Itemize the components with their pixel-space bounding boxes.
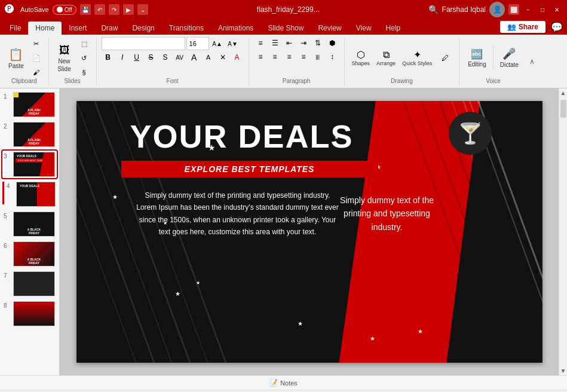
shape-fill-button[interactable]: 🖊	[436, 53, 454, 63]
notes-bar[interactable]: 📝 Notes	[0, 375, 567, 390]
slide-img-3: YOUR DEALS EXPLORE BEST TEMPLATES	[13, 152, 55, 177]
indent-dec-btn[interactable]: ⇤	[283, 37, 296, 49]
clear-format-btn[interactable]: ✕	[216, 51, 229, 63]
align-center-btn[interactable]: ≡	[268, 51, 281, 63]
slide-thumb-1[interactable]: 1 A FLASHFRIDAY	[2, 91, 57, 118]
close-button[interactable]: ✕	[551, 4, 562, 15]
bold-button[interactable]: B	[102, 51, 115, 63]
align-left-btn[interactable]: ≡	[254, 51, 267, 63]
ribbon-collapse-button[interactable]: ∧	[527, 37, 537, 85]
copy-button[interactable]: 📄	[29, 51, 44, 65]
maximize-button[interactable]: □	[537, 4, 548, 15]
slide-thumb-6[interactable]: 6 A BLACKFRIDAY	[2, 240, 57, 268]
cut-button[interactable]: ✂	[29, 37, 44, 50]
slide-body-text[interactable]: Simply dummy text of the printing and ty…	[136, 189, 339, 238]
slide-thumb-7[interactable]: 7	[2, 270, 57, 298]
arrange-icon: ⧉	[383, 50, 390, 60]
tab-view[interactable]: View	[349, 22, 379, 35]
slide-num-5: 5	[4, 212, 11, 219]
arrange-button[interactable]: ⧉ Arrange	[374, 48, 398, 68]
tab-home[interactable]: Home	[28, 22, 62, 35]
dictate-button[interactable]: 🎤 Dictate	[496, 45, 522, 70]
tab-design[interactable]: Design	[125, 22, 161, 35]
bullet-list-btn[interactable]: ≡	[254, 37, 267, 49]
indent-inc-btn[interactable]: ⇥	[297, 37, 310, 49]
tab-animations[interactable]: Animations	[211, 22, 260, 35]
slide-num-1: 1	[4, 92, 11, 100]
scroll-up-btn[interactable]: ▲	[559, 88, 567, 97]
slide-title[interactable]: YOUR DEALS	[130, 118, 354, 155]
editing-group: 🔤 Editing 🎤 Dictate Voice	[459, 37, 527, 85]
increase-font-btn[interactable]: A▲	[210, 37, 225, 50]
font-family-input[interactable]	[102, 37, 185, 50]
quick-styles-button[interactable]: ✦ Quick Styles	[400, 48, 434, 68]
new-slide-button[interactable]: 🖼 New Slide	[54, 42, 75, 74]
slide-thumb-4[interactable]: 4 YOUR DEALS	[2, 180, 57, 208]
columns-btn[interactable]: ⫼	[311, 51, 324, 63]
section-button[interactable]: §	[77, 66, 91, 79]
tab-review[interactable]: Review	[311, 22, 348, 35]
user-avatar[interactable]: 👤	[489, 2, 505, 17]
format-painter-button[interactable]: 🖌	[29, 66, 44, 79]
slide-thumb-2[interactable]: 2 A FLASHFRIDAY	[2, 121, 57, 148]
slide-subtitle-banner[interactable]: EXPLORE BEST TEMPLATES	[121, 161, 378, 177]
tab-file[interactable]: File	[2, 22, 28, 35]
justify-btn[interactable]: ≡	[297, 51, 310, 63]
scroll-down-btn[interactable]: ▼	[559, 366, 567, 375]
strikethrough-button[interactable]: S	[145, 51, 158, 63]
font-color-btn[interactable]: A	[231, 51, 244, 63]
autosave-toggle[interactable]: Off	[53, 5, 76, 15]
shapes-button[interactable]: ⬡ Shapes	[350, 48, 373, 68]
slide-thumb-5[interactable]: 5 A BLACKFRIDAY	[2, 210, 57, 238]
italic-button[interactable]: I	[116, 51, 129, 63]
minimize-button[interactable]: −	[523, 4, 534, 15]
star-deco-8: ★	[370, 335, 375, 342]
shadow-button[interactable]: S	[159, 51, 172, 63]
tab-draw[interactable]: Draw	[94, 22, 125, 35]
slide-num-6: 6	[4, 241, 11, 249]
present-icon[interactable]: ▶	[123, 4, 134, 15]
undo-icon[interactable]: ↶	[94, 4, 105, 15]
font-size-input[interactable]	[186, 37, 209, 50]
redo-icon[interactable]: ↷	[109, 4, 119, 15]
slide-thumb-8[interactable]: 8	[2, 300, 57, 327]
tab-insert[interactable]: Insert	[62, 22, 94, 35]
numbered-list-btn[interactable]: ☰	[268, 37, 281, 49]
notes-icon: 📝	[269, 379, 278, 387]
font-size-up-btn[interactable]: A	[188, 51, 201, 63]
para-row-1: ≡ ☰ ⇤ ⇥ ⇅ ⬢	[254, 37, 339, 49]
font-group: A▲ A▼ B I U S S AV A A ✕ A Font	[97, 37, 249, 85]
ribbon: 📋 Paste ✂ 📄 🖌 Clipboard 🖼 New Slide ⬚ ↺ …	[0, 35, 567, 88]
toggle-dot	[57, 7, 63, 13]
slide-canvas[interactable]: 🍸 YOUR DEALS EXPLORE BEST TEMPLATES Simp…	[76, 101, 543, 363]
star-deco-4: ★	[175, 290, 180, 297]
reset-button[interactable]: ↺	[77, 51, 91, 65]
scroll-thumb[interactable]	[560, 100, 566, 118]
font-size-dn-btn[interactable]: A	[202, 51, 215, 63]
decrease-font-btn[interactable]: A▼	[226, 37, 240, 50]
char-space-button[interactable]: AV	[173, 51, 186, 63]
paste-button[interactable]: 📋 Paste	[5, 45, 27, 71]
comment-button[interactable]: 💬	[550, 21, 563, 33]
tab-slideshow[interactable]: Slide Show	[260, 22, 311, 35]
search-icon[interactable]: 🔍	[428, 5, 439, 14]
save-icon[interactable]: 💾	[80, 4, 91, 15]
ribbon-collapse-icon[interactable]: ⬜	[508, 4, 519, 15]
align-right-btn[interactable]: ≡	[283, 51, 296, 63]
convert-to-smart-art-btn[interactable]: ⬢	[326, 37, 339, 49]
editing-button[interactable]: 🔤 Editing	[464, 47, 490, 69]
more-icon[interactable]: ⌄	[137, 4, 148, 15]
slides-group: 🖼 New Slide ⬚ ↺ § Slides	[49, 37, 97, 85]
line-spacing-btn[interactable]: ↕	[326, 51, 339, 63]
slide-img-2: A FLASHFRIDAY	[13, 122, 55, 147]
right-scrollbar[interactable]: ▲ ▼	[559, 88, 567, 375]
slide-right-text[interactable]: Simply dummy text of the printing and ty…	[336, 194, 438, 234]
layout-button[interactable]: ⬚	[77, 37, 91, 50]
text-direction-btn[interactable]: ⇅	[311, 37, 324, 49]
underline-button[interactable]: U	[130, 51, 143, 63]
tab-transitions[interactable]: Transitions	[162, 22, 211, 35]
tab-help[interactable]: Help	[379, 22, 408, 35]
share-button[interactable]: 👥 Share	[500, 21, 545, 33]
slide-thumb-3[interactable]: 3 YOUR DEALS EXPLORE BEST TEMPLATES	[2, 151, 57, 178]
font-row-1: A▲ A▼	[102, 37, 240, 50]
